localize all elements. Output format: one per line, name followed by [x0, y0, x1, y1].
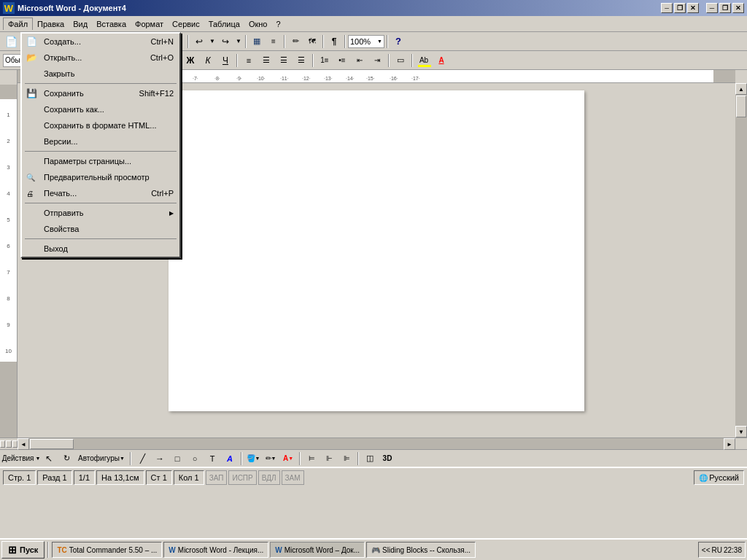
extend-selection-btn[interactable]: ВДЛ: [258, 470, 280, 485]
align-left-draw[interactable]: ⊨: [303, 451, 320, 467]
zoom-box[interactable]: 100% ▼: [348, 35, 384, 48]
word-minimize-btn[interactable]: ─: [661, 3, 673, 13]
close-btn[interactable]: ✕: [732, 3, 744, 13]
bold-btn[interactable]: Ж: [182, 52, 198, 69]
3d-btn[interactable]: 3D: [379, 451, 395, 467]
ruler-right: [735, 70, 747, 83]
table-btn[interactable]: ▦: [249, 34, 265, 50]
hscroll-track[interactable]: [29, 438, 724, 449]
menu-print-item[interactable]: 🖨 Печать... Ctrl+P: [22, 185, 179, 201]
menu-preview-item[interactable]: 🔍 Предварительный просмотр: [22, 169, 179, 185]
taskbar-total-commander[interactable]: TC Total Commander 5.50 – ...: [52, 542, 162, 558]
scroll-down-btn[interactable]: ▼: [735, 426, 747, 438]
print-view-btn[interactable]: [12, 440, 18, 448]
line-color-btn[interactable]: ✏ ▼: [263, 451, 279, 467]
minimize-btn[interactable]: ─: [706, 3, 718, 13]
menu-format[interactable]: Формат: [131, 18, 168, 30]
help-btn[interactable]: ?: [390, 34, 406, 50]
show-formatting[interactable]: ¶: [326, 34, 342, 50]
increase-indent-btn[interactable]: ⇥: [369, 52, 385, 69]
hscroll-right-btn[interactable]: ►: [724, 438, 735, 450]
menu-send-item[interactable]: Отправить ▶: [22, 205, 179, 221]
menu-exit-item[interactable]: Выход: [22, 241, 179, 257]
menu-versions-item[interactable]: Версии...: [22, 133, 179, 149]
align-center-draw[interactable]: ⊩: [321, 451, 337, 467]
align-left-btn[interactable]: ≡: [241, 52, 257, 69]
scroll-thumb[interactable]: [736, 96, 746, 117]
decrease-indent-btn[interactable]: ⇤: [352, 52, 368, 69]
redo-btn[interactable]: ↪: [217, 34, 233, 50]
menu-table[interactable]: Таблица: [204, 18, 244, 30]
document-map[interactable]: 🗺: [304, 34, 320, 50]
line-btn[interactable]: ╱: [134, 451, 150, 467]
redo-dropdown[interactable]: ▼: [234, 34, 243, 50]
rect-btn[interactable]: □: [169, 451, 185, 467]
menu-new-item[interactable]: 📄 Создать... Ctrl+N: [22, 34, 179, 50]
menu-properties-item[interactable]: Свойства: [22, 221, 179, 237]
overtype-btn[interactable]: ЗАМ: [282, 470, 304, 485]
shadow-btn[interactable]: ◫: [362, 451, 378, 467]
record-macro-btn[interactable]: ЗАП: [206, 470, 228, 485]
undo-dropdown[interactable]: ▼: [208, 34, 217, 50]
taskbar-word-lecture[interactable]: W Microsoft Word - Лекция...: [163, 542, 268, 558]
scroll-track[interactable]: [735, 95, 747, 426]
taskbar-sliding-blocks[interactable]: 🎮 Sliding Blocks -- Скользя...: [366, 542, 476, 558]
tray-lang[interactable]: RU: [712, 546, 722, 554]
align-center-btn[interactable]: ☰: [258, 52, 274, 69]
justify-btn[interactable]: ☰: [293, 52, 309, 69]
taskbar-word-doc[interactable]: W Microsoft Word – Док...: [270, 542, 365, 558]
highlight-btn[interactable]: Ab: [416, 52, 432, 69]
textbox-btn[interactable]: T: [204, 451, 220, 467]
vertical-ruler: 1 2 3 4 5 6 7 8 9 10 11: [0, 83, 18, 438]
wordart-btn[interactable]: A: [222, 451, 238, 467]
menu-file[interactable]: Файл: [3, 18, 33, 30]
menu-insert[interactable]: Вставка: [92, 18, 131, 30]
menu-help[interactable]: ?: [271, 18, 285, 30]
word-close-btn[interactable]: ✕: [687, 3, 699, 13]
new-btn[interactable]: 📄: [3, 34, 19, 50]
menu-tools[interactable]: Сервис: [168, 18, 204, 30]
menu-close-item[interactable]: Закрыть: [22, 66, 179, 82]
italic-btn[interactable]: К: [200, 52, 216, 69]
font-color-draw-btn[interactable]: A ▼: [280, 451, 296, 467]
select-objects-btn[interactable]: ↖: [41, 451, 57, 467]
rotate-btn[interactable]: ↻: [58, 451, 74, 467]
menu-save-item[interactable]: 💾 Сохранить Shift+F12: [22, 85, 179, 101]
hscroll-thumb[interactable]: [30, 439, 74, 449]
menu-window[interactable]: Окно: [244, 18, 272, 30]
track-changes-btn[interactable]: ИСПР: [228, 470, 256, 485]
menu-savehtml-item[interactable]: Сохранить в формате HTML...: [22, 117, 179, 133]
menu-saveas-item[interactable]: Сохранить как...: [22, 101, 179, 117]
menu-edit[interactable]: Правка: [33, 18, 69, 30]
restore-btn[interactable]: ❐: [719, 3, 731, 13]
word-restore-btn[interactable]: ❐: [674, 3, 686, 13]
border-btn[interactable]: ▭: [392, 52, 409, 69]
font-color-btn[interactable]: A: [433, 52, 449, 69]
undo-btn[interactable]: ↩: [191, 34, 207, 50]
menu-view[interactable]: Вид: [69, 18, 92, 30]
drawing-toggle[interactable]: ✏: [287, 34, 303, 50]
sep-2: [25, 151, 177, 152]
oval-btn[interactable]: ○: [187, 451, 203, 467]
normal-view-btn[interactable]: [0, 440, 5, 448]
sep4: [187, 35, 189, 48]
tray-arrow[interactable]: <<: [702, 546, 711, 554]
web-view-btn[interactable]: [6, 440, 11, 448]
arrow-btn[interactable]: →: [152, 451, 168, 467]
start-button[interactable]: ⊞ Пуск: [1, 541, 44, 559]
fill-color-btn[interactable]: 🪣 ▼: [245, 451, 261, 467]
align-right-draw[interactable]: ⊫: [338, 451, 355, 467]
menu-open-item[interactable]: 📂 Открыть... Ctrl+O: [22, 50, 179, 66]
numbering-btn[interactable]: 1≡: [317, 52, 333, 69]
document-page[interactable]: [169, 90, 584, 411]
underline-btn[interactable]: Ч: [217, 52, 233, 69]
bullets-btn[interactable]: •≡: [334, 52, 350, 69]
align-right-btn[interactable]: ☰: [276, 52, 292, 69]
scroll-up-btn[interactable]: ▲: [735, 83, 747, 95]
draw-actions-btn[interactable]: Действия ▼: [3, 451, 39, 467]
menu-pagesetup-item[interactable]: Параметры страницы...: [22, 153, 179, 169]
sep-3: [25, 203, 177, 203]
hscroll-left-btn[interactable]: ◄: [18, 438, 29, 450]
columns-btn[interactable]: ≡: [266, 34, 282, 50]
autoshapes-btn[interactable]: Автофигуры ▼: [76, 451, 127, 467]
